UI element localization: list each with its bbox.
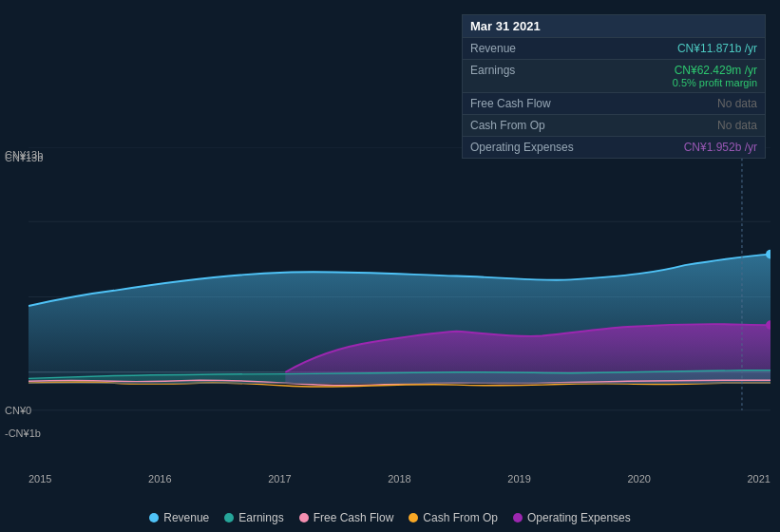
x-label-2020: 2020 [627,473,650,484]
x-label-2021: 2021 [747,473,770,484]
tooltip-cashfromop-row: Cash From Op No data [463,114,765,136]
legend-revenue-label: Revenue [163,511,209,524]
x-label-2018: 2018 [388,473,410,484]
legend-cashfromop-label: Cash From Op [423,511,498,524]
y-axis-label-neg: -CN¥1b [5,428,41,439]
legend-fcf[interactable]: Free Cash Flow [299,511,394,524]
legend-revenue-dot [149,513,159,522]
legend-opex-dot [513,513,523,522]
legend-cashfromop[interactable]: Cash From Op [409,511,498,524]
chart-svg [29,147,770,446]
tooltip-revenue-value: CN¥11.871b /yr [677,42,757,55]
legend-revenue[interactable]: Revenue [149,511,209,524]
tooltip-earnings-label: Earnings [470,64,515,88]
tooltip-revenue-label: Revenue [470,42,516,55]
legend-earnings[interactable]: Earnings [224,511,283,524]
tooltip-fcf-label: Free Cash Flow [470,97,551,110]
tooltip-fcf-value: No data [717,97,757,110]
tooltip-earnings-value: CN¥62.429m /yr 0.5% profit margin [673,64,757,88]
x-label-2017: 2017 [268,473,291,484]
tooltip-panel: Mar 31 2021 Revenue CN¥11.871b /yr Earni… [462,14,766,159]
tooltip-earnings-row: Earnings CN¥62.429m /yr 0.5% profit marg… [463,59,765,92]
legend-earnings-label: Earnings [238,511,283,524]
chart-area [29,147,770,446]
legend-fcf-dot [299,513,309,522]
x-axis-labels: 2015 2016 2017 2018 2019 2020 2021 [29,473,770,484]
tooltip-opex-row: Operating Expenses CN¥1.952b /yr [463,136,765,158]
tooltip-cashfromop-label: Cash From Op [470,119,545,132]
x-label-2016: 2016 [148,473,171,484]
legend-fcf-label: Free Cash Flow [314,511,394,524]
legend-opex-label: Operating Expenses [527,511,631,524]
y-axis-label-top: CN¥13b [5,149,43,161]
x-label-2015: 2015 [29,473,51,484]
chart-container: CN¥13b CN¥0 -CN¥1b 2015 2016 2017 2018 2… [0,147,780,484]
tooltip-date: Mar 31 2021 [463,15,765,37]
legend-cashfromop-dot [409,513,418,522]
tooltip-opex-label: Operating Expenses [470,141,574,154]
legend-opex[interactable]: Operating Expenses [513,511,631,524]
legend-earnings-dot [224,513,234,522]
tooltip-opex-value: CN¥1.952b /yr [684,141,757,154]
chart-legend: Revenue Earnings Free Cash Flow Cash Fro… [0,511,780,524]
y-axis-label-zero: CN¥0 [5,405,31,416]
tooltip-revenue-row: Revenue CN¥11.871b /yr [463,37,765,59]
tooltip-cashfromop-value: No data [717,119,757,132]
tooltip-fcf-row: Free Cash Flow No data [463,92,765,114]
x-label-2019: 2019 [507,473,530,484]
